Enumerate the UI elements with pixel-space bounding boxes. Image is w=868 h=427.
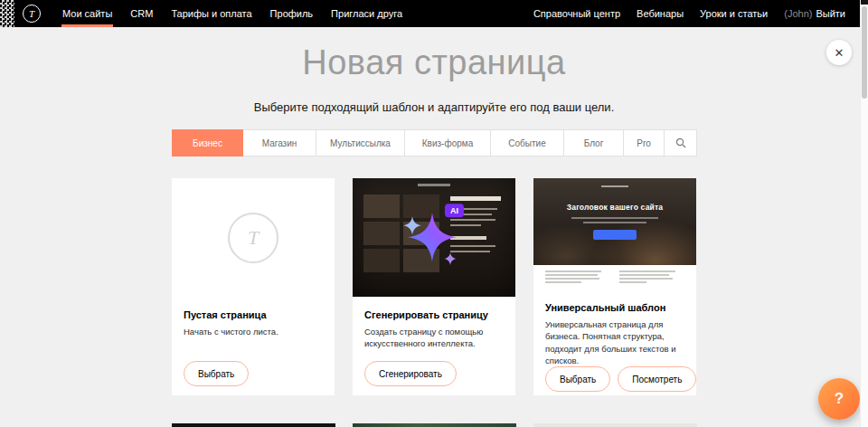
template-cards-grid: T Пустая страница Начать с чистого листа… bbox=[172, 178, 697, 395]
template-preview-cta bbox=[593, 230, 637, 240]
ai-sparkle-icon: AI bbox=[392, 198, 476, 274]
preview-subtext-line bbox=[583, 222, 646, 223]
template-category-tabs: Бизнес Магазин Мультиссылка Квиз-форма С… bbox=[172, 129, 697, 157]
preview-text-line bbox=[619, 270, 675, 272]
help-button[interactable]: ? bbox=[818, 378, 860, 420]
tab-multilink[interactable]: Мультиссылка bbox=[316, 129, 405, 157]
tilda-logo[interactable]: T bbox=[23, 5, 41, 23]
partial-template-card bbox=[172, 423, 335, 427]
template-card-ai: AI Сгенерировать страницу Создать страни… bbox=[353, 178, 515, 395]
tilda-ring-icon: T bbox=[228, 213, 278, 263]
choose-universal-button[interactable]: Выбрать bbox=[545, 366, 610, 392]
tab-quiz-form[interactable]: Квиз-форма bbox=[404, 129, 491, 157]
user-name: (John) bbox=[784, 8, 812, 19]
page-subtitle: Выберите подходящий шаблон и адаптируйте… bbox=[0, 100, 868, 114]
card-title: Сгенерировать страницу bbox=[364, 309, 504, 320]
ai-template-preview: AI bbox=[353, 178, 515, 297]
close-button[interactable]: ✕ bbox=[826, 40, 852, 65]
menu-item-billing[interactable]: Тарифы и оплата bbox=[162, 0, 260, 27]
tab-search[interactable] bbox=[664, 129, 697, 157]
choose-blank-button[interactable]: Выбрать bbox=[184, 361, 249, 386]
preview-text-line bbox=[545, 274, 598, 276]
menu-item-logout[interactable]: (John) Выйти bbox=[776, 8, 854, 19]
preview-text-line bbox=[619, 274, 669, 276]
template-card-universal: Заголовок вашего сайта Универсальный шаб… bbox=[533, 178, 696, 395]
tab-shop[interactable]: Магазин bbox=[242, 129, 316, 157]
card-body: Сгенерировать страницу Создать страницу … bbox=[353, 297, 515, 395]
preview-universal-button[interactable]: Посмотреть bbox=[618, 366, 696, 392]
preview-hero: Заголовок вашего сайта bbox=[533, 178, 696, 265]
preview-text-line bbox=[545, 281, 581, 283]
scrollbar-thumb[interactable] bbox=[862, 6, 867, 99]
preview-nav-bar bbox=[418, 184, 450, 186]
card-buttons: Сгенерировать bbox=[364, 361, 504, 386]
card-body: Универсальный шаблон Универсальная стран… bbox=[533, 289, 696, 395]
menu-item-invite-friend[interactable]: Пригласи друга bbox=[322, 0, 411, 27]
page-title: Новая страница bbox=[0, 43, 868, 82]
scrollbar-top-cap bbox=[861, 0, 868, 5]
menu-item-crm[interactable]: CRM bbox=[121, 0, 162, 27]
menu-item-lessons[interactable]: Уроки и статьи bbox=[692, 8, 776, 19]
search-icon bbox=[675, 138, 686, 148]
universal-template-preview: Заголовок вашего сайта bbox=[533, 178, 696, 289]
card-buttons: Выбрать Посмотреть bbox=[545, 366, 684, 392]
tab-pro[interactable]: Pro bbox=[623, 129, 665, 157]
menu-item-help-center[interactable]: Справочный центр bbox=[525, 8, 628, 19]
preview-text-line bbox=[619, 278, 673, 280]
preview-text-section bbox=[533, 265, 696, 289]
partial-template-card bbox=[533, 423, 697, 427]
preview-text-line bbox=[545, 270, 601, 272]
menu-item-profile[interactable]: Профиль bbox=[261, 0, 323, 27]
preview-nav-bar bbox=[601, 185, 628, 187]
blank-template-preview: T bbox=[172, 178, 335, 297]
logout-label: Выйти bbox=[816, 8, 845, 19]
card-body: Пустая страница Начать с чистого листа. … bbox=[172, 297, 335, 395]
card-description: Создать страницу с помощью искусственног… bbox=[364, 326, 504, 350]
card-buttons: Выбрать bbox=[184, 361, 323, 386]
generate-button[interactable]: Сгенерировать bbox=[364, 361, 457, 386]
card-title: Пустая страница bbox=[184, 309, 323, 320]
template-card-blank: T Пустая страница Начать с чистого листа… bbox=[172, 178, 335, 395]
preview-site-heading: Заголовок вашего сайта bbox=[533, 203, 696, 212]
topbar-menu: Мои сайты CRM Тарифы и оплата Профиль Пр… bbox=[53, 0, 411, 27]
preview-text-line bbox=[619, 281, 646, 283]
card-description: Универсальная страница для бизнеса. Поня… bbox=[545, 318, 684, 366]
tab-business[interactable]: Бизнес bbox=[172, 129, 243, 157]
ai-badge: AI bbox=[450, 206, 458, 215]
scrollbar-track bbox=[860, 0, 868, 427]
topbar: T Мои сайты CRM Тарифы и оплата Профиль … bbox=[0, 0, 868, 27]
menu-item-webinars[interactable]: Вебинары bbox=[628, 8, 692, 19]
corner-pattern bbox=[0, 0, 14, 27]
tab-blog[interactable]: Блог bbox=[563, 129, 624, 157]
partial-template-card bbox=[353, 423, 516, 427]
topbar-right-menu: Справочный центр Вебинары Уроки и статьи… bbox=[525, 0, 868, 27]
card-description: Начать с чистого листа. bbox=[184, 326, 323, 337]
card-title: Универсальный шаблон bbox=[545, 302, 684, 313]
menu-item-my-sites[interactable]: Мои сайты bbox=[53, 0, 121, 27]
preview-text-line bbox=[545, 278, 599, 280]
tab-event[interactable]: Событие bbox=[490, 129, 564, 157]
preview-subtext-line bbox=[571, 217, 658, 219]
